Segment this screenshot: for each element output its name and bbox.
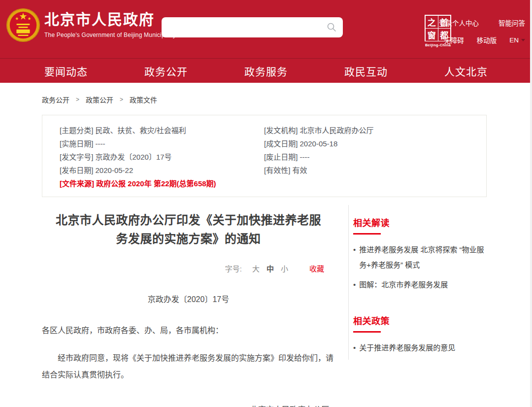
search-box[interactable] xyxy=(162,17,343,37)
site-header: 北京市人民政府 The People's Government of Beiji… xyxy=(0,0,532,58)
meta-row-repeal-date: [废止日期] ---- xyxy=(264,150,486,164)
login-personal-center-link[interactable]: 登录个人中心 xyxy=(439,18,479,28)
section-title: 相关政策 xyxy=(353,314,487,327)
related-interpretation-section: 相关解读 • 推进养老服务发展 北京将探索 “物业服务+养老服务” 模式 • 图… xyxy=(353,216,487,292)
meta-row-source[interactable]: [文件来源] 政府公报 2020年 第22期(总第658期) xyxy=(60,177,264,190)
header-links-row2: 无障碍 移动版 EN xyxy=(439,35,525,45)
meta-row-issuing-agency: [发文机构] 北京市人民政府办公厅 xyxy=(264,124,486,137)
nav-item-gov-openness[interactable]: 政务公开 xyxy=(144,64,188,78)
favorite-button[interactable]: 收藏 xyxy=(309,263,324,273)
article-and-sidebar: 北京市人民政府办公厅印发《关于加快推进养老服务发展的实施方案》的通知 字号: 大… xyxy=(42,205,487,407)
site-subtitle: The People's Government of Beijing Munic… xyxy=(44,32,176,38)
nav-item-culture[interactable]: 人文北京 xyxy=(444,64,488,78)
salutation-paragraph: 各区人民政府，市政府各委、办、局，各市属机构： xyxy=(42,322,335,339)
bullet-icon: • xyxy=(353,277,356,292)
font-size-large-button[interactable]: 大 xyxy=(252,263,260,273)
related-sidebar: 相关解读 • 推进养老服务发展 北京将探索 “物业服务+养老服务” 模式 • 图… xyxy=(348,205,487,360)
smart-qa-link[interactable]: 智能问答 xyxy=(499,18,525,28)
nav-item-news[interactable]: 要闻动态 xyxy=(44,64,88,78)
related-link[interactable]: • 关于推进养老服务发展的意见 xyxy=(353,340,487,355)
article: 北京市人民政府办公厅印发《关于加快推进养老服务发展的实施方案》的通知 字号: 大… xyxy=(42,205,335,407)
bullet-icon: • xyxy=(353,340,356,355)
mobile-version-link[interactable]: 移动版 xyxy=(477,35,497,45)
portal-char: 窗 xyxy=(426,29,438,41)
search-input[interactable] xyxy=(162,17,343,37)
meta-row-publish-date: [发布日期] 2020-05-22 xyxy=(60,164,264,177)
font-size-toolbar: 字号: 大 中 小 收藏 xyxy=(42,263,335,273)
content-area: 政务公开 > 政策公开 > 政策文件 [主题分类] 民政、扶贫、救灾/社会福利 … xyxy=(42,95,487,407)
language-dropdown[interactable]: EN xyxy=(509,36,525,44)
accessibility-link[interactable]: 无障碍 xyxy=(444,35,464,45)
section-title-underline xyxy=(353,233,381,235)
main-nav: 要闻动态 政务公开 政务服务 政民互动 人文北京 xyxy=(0,58,532,83)
breadcrumb: 政务公开 > 政策公开 > 政策文件 xyxy=(42,95,487,104)
font-size-small-button[interactable]: 小 xyxy=(281,263,288,273)
nav-item-gov-services[interactable]: 政务服务 xyxy=(244,64,288,78)
national-emblem-icon xyxy=(6,8,40,42)
doc-number: 京政办发〔2020〕17号 xyxy=(42,293,335,305)
meta-row-doc-number: [发文字号] 京政办发〔2020〕17号 xyxy=(60,150,264,164)
site-identity: 北京市人民政府 The People's Government of Beiji… xyxy=(44,11,176,38)
meta-row-implementation-date: [实施日期] ---- xyxy=(60,137,264,150)
page: 北京市人民政府 The People's Government of Beiji… xyxy=(0,0,532,407)
related-link[interactable]: • 图解：北京市养老服务发展 xyxy=(353,277,487,292)
nav-item-interaction[interactable]: 政民互动 xyxy=(344,64,388,78)
section-title: 相关解读 xyxy=(353,216,487,229)
site-title: 北京市人民政府 xyxy=(44,11,176,29)
document-metadata-box: [主题分类] 民政、扶贫、救灾/社会福利 [实施日期] ---- [发文字号] … xyxy=(42,115,487,197)
scrollbar-track[interactable] xyxy=(530,0,532,407)
metadata-right-column: [发文机构] 北京市人民政府办公厅 [成文日期] 2020-05-18 [废止日… xyxy=(264,124,486,190)
section-title-underline xyxy=(353,331,381,333)
language-label: EN xyxy=(509,36,519,44)
breadcrumb-separator: > xyxy=(120,96,123,103)
chevron-down-icon xyxy=(521,39,525,41)
breadcrumb-separator: > xyxy=(76,96,79,103)
meta-row-written-date: [成文日期] 2020-05-18 xyxy=(264,137,486,150)
page-title: 北京市人民政府办公厅印发《关于加快推进养老服务发展的实施方案》的通知 xyxy=(42,205,335,248)
font-size-label: 字号: xyxy=(225,263,242,273)
body-paragraph: 经市政府同意，现将《关于加快推进养老服务发展的实施方案》印发给你们，请结合实际认… xyxy=(42,350,335,383)
font-size-medium-button[interactable]: 中 xyxy=(266,263,274,273)
search-icon[interactable] xyxy=(326,22,337,33)
related-policy-section: 相关政策 • 关于推进养老服务发展的意见 xyxy=(353,314,487,355)
breadcrumb-item[interactable]: 政务公开 xyxy=(42,95,69,104)
meta-row-validity: [有效性] 有效 xyxy=(264,164,486,177)
header-links-row1: 登录个人中心 智能问答 xyxy=(439,18,525,28)
signature-agency: 北京市人民政府办公厅 xyxy=(42,403,335,407)
related-link[interactable]: • 推进养老服务发展 北京将探索 “物业服务+养老服务” 模式 xyxy=(353,242,487,272)
breadcrumb-item[interactable]: 政策公开 xyxy=(86,95,113,104)
bullet-icon: • xyxy=(353,242,356,272)
related-link-label: 图解：北京市养老服务发展 xyxy=(359,277,448,292)
header-links: 登录个人中心 智能问答 无障碍 移动版 EN xyxy=(439,18,525,45)
breadcrumb-item[interactable]: 政策文件 xyxy=(130,95,157,104)
related-link-label: 关于推进养老服务发展的意见 xyxy=(359,340,455,355)
portal-char: 之 xyxy=(426,16,438,28)
meta-row-topic: [主题分类] 民政、扶贫、救灾/社会福利 xyxy=(60,124,264,137)
metadata-left-column: [主题分类] 民政、扶贫、救灾/社会福利 [实施日期] ---- [发文字号] … xyxy=(60,124,264,190)
related-link-label: 推进养老服务发展 北京将探索 “物业服务+养老服务” 模式 xyxy=(359,242,487,272)
